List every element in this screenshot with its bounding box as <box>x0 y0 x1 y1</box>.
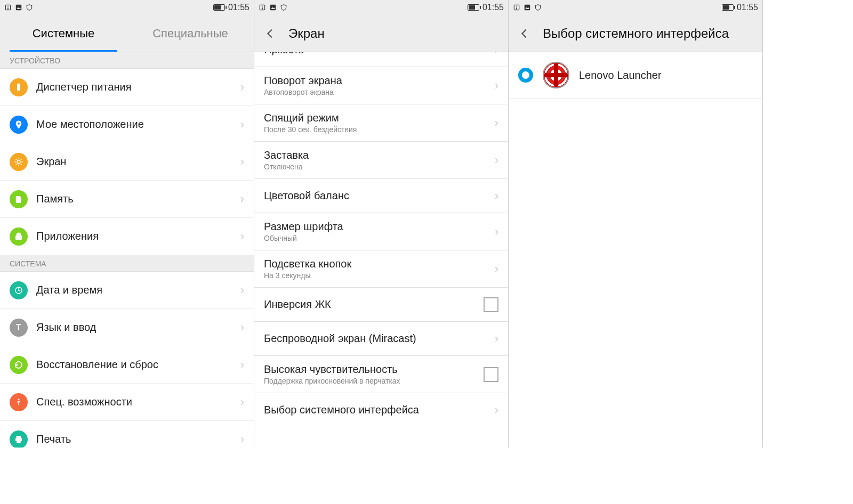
shield-icon <box>26 4 33 11</box>
page-title: Выбор системного интерфейса <box>543 26 729 41</box>
status-bar: 01:55 <box>254 0 508 15</box>
svg-rect-31 <box>525 5 530 11</box>
row-sleep[interactable]: Спящий режим После 30 сек. бездействия › <box>254 104 508 142</box>
accessibility-icon <box>10 393 28 411</box>
tab-special[interactable]: Специальные <box>127 15 254 52</box>
display-icon <box>10 153 28 171</box>
status-bar: 01:55 <box>509 0 762 15</box>
row-rotation[interactable]: Поворот экрана Автоповорот экрана › <box>254 67 508 104</box>
row-font-size[interactable]: Размер шрифта Обычный › <box>254 213 508 250</box>
row-label: Дата и время <box>36 284 240 296</box>
notification-icon <box>513 4 520 11</box>
display-panel: 01:55 Экран Яркость › Поворот экрана Авт… <box>254 0 509 448</box>
chevron-right-icon: › <box>495 225 498 239</box>
row-title: Беспроводной экран (Miracast) <box>264 332 495 345</box>
row-subtitle: После 30 сек. бездействия <box>264 125 495 134</box>
row-display[interactable]: Экран › <box>0 143 254 181</box>
back-button[interactable] <box>262 25 279 42</box>
settings-list[interactable]: УСТРОЙСТВО Диспетчер питания › Мое место… <box>0 52 254 448</box>
row-label: Мое местоположение <box>36 118 240 131</box>
tab-bar: Системные Специальные <box>0 15 254 52</box>
clock-text: 01:55 <box>737 3 758 12</box>
chevron-right-icon: › <box>240 283 244 297</box>
svg-rect-6 <box>18 83 20 84</box>
row-subtitle: Автоповорот экрана <box>264 88 495 96</box>
row-reset[interactable]: Восстановление и сброс › <box>0 346 254 384</box>
launcher-label: Lenovo Launcher <box>579 69 662 82</box>
tab-system[interactable]: Системные <box>0 15 127 52</box>
row-accessibility[interactable]: Спец. возможности › <box>0 384 254 421</box>
chevron-right-icon: › <box>495 116 498 130</box>
chevron-right-icon: › <box>495 403 498 417</box>
row-color-balance[interactable]: Цветовой баланс › <box>254 179 508 213</box>
checkbox[interactable] <box>484 367 498 382</box>
row-title: Высокая чувствительность <box>264 363 484 376</box>
row-high-sensitivity[interactable]: Высокая чувствительность Поддержка прико… <box>254 356 508 393</box>
clock-icon <box>10 281 28 299</box>
svg-rect-20 <box>17 436 21 438</box>
svg-point-25 <box>262 9 262 9</box>
launcher-option[interactable]: Lenovo Launcher <box>509 52 762 99</box>
row-title: Поворот экрана <box>264 75 495 87</box>
row-language[interactable]: T Язык и ввод › <box>0 309 254 346</box>
clock-text: 01:55 <box>228 3 250 12</box>
row-lcd-inversion[interactable]: Инверсия ЖК <box>254 288 508 322</box>
panel-header: Выбор системного интерфейса <box>509 15 762 52</box>
row-title: Цветовой баланс <box>264 190 495 202</box>
svg-rect-5 <box>17 84 20 91</box>
row-title: Яркость <box>264 52 495 56</box>
svg-point-2 <box>7 9 8 9</box>
row-label: Диспетчер питания <box>36 81 240 93</box>
back-button[interactable] <box>516 25 533 42</box>
chevron-right-icon: › <box>495 79 498 93</box>
chevron-right-icon: › <box>240 118 244 132</box>
row-title: Заставка <box>264 149 495 161</box>
chevron-right-icon: › <box>240 155 244 169</box>
checkbox[interactable] <box>484 297 498 312</box>
radio-selected[interactable] <box>518 68 533 83</box>
gallery-icon <box>524 4 531 11</box>
row-title: Размер шрифта <box>264 221 495 233</box>
row-label: Приложения <box>36 230 240 242</box>
battery-icon <box>468 4 479 11</box>
row-apps[interactable]: Приложения › <box>0 218 254 255</box>
chevron-right-icon: › <box>240 80 244 94</box>
display-list[interactable]: Яркость › Поворот экрана Автоповорот экр… <box>254 52 508 448</box>
chevron-right-icon: › <box>240 321 244 335</box>
svg-line-15 <box>16 164 17 165</box>
row-miracast[interactable]: Беспроводной экран (Miracast) › <box>254 322 508 356</box>
row-brightness[interactable]: Яркость › <box>254 52 508 67</box>
row-title: Инверсия ЖК <box>264 298 484 311</box>
row-subtitle: На 3 секунды <box>264 271 495 280</box>
row-label: Спец. возможности <box>36 396 240 408</box>
section-device: УСТРОЙСТВО <box>0 52 254 69</box>
svg-line-14 <box>21 164 22 165</box>
svg-line-13 <box>16 159 17 160</box>
chevron-right-icon: › <box>495 52 498 57</box>
row-storage[interactable]: Память › <box>0 181 254 218</box>
clock-text: 01:55 <box>482 3 504 12</box>
chevron-right-icon: › <box>495 262 498 276</box>
svg-point-7 <box>18 122 20 124</box>
storage-icon <box>10 190 28 208</box>
row-subtitle: Поддержка прикосновений в перчатках <box>264 377 484 385</box>
row-power-manager[interactable]: Диспетчер питания › <box>0 69 254 106</box>
row-date-time[interactable]: Дата и время › <box>0 272 254 309</box>
language-icon: T <box>10 319 28 337</box>
row-label: Экран <box>36 156 240 168</box>
chevron-right-icon: › <box>495 332 498 346</box>
chevron-right-icon: › <box>240 192 244 206</box>
tab-label: Специальные <box>152 27 228 40</box>
row-screensaver[interactable]: Заставка Отключена › <box>254 142 508 179</box>
row-launcher-select[interactable]: Выбор системного интерфейса › <box>254 393 508 427</box>
row-subtitle: Обычный <box>264 234 495 242</box>
notification-icon <box>4 4 12 11</box>
row-location[interactable]: Мое местоположение › <box>0 106 254 143</box>
row-print[interactable]: Печать › <box>0 421 254 448</box>
row-button-backlight[interactable]: Подсветка кнопок На 3 секунды › <box>254 250 508 288</box>
shield-icon <box>534 4 542 11</box>
battery-manager-icon <box>10 78 28 96</box>
gallery-icon <box>269 4 277 11</box>
svg-rect-22 <box>17 440 21 443</box>
row-title: Выбор системного интерфейса <box>264 404 495 416</box>
